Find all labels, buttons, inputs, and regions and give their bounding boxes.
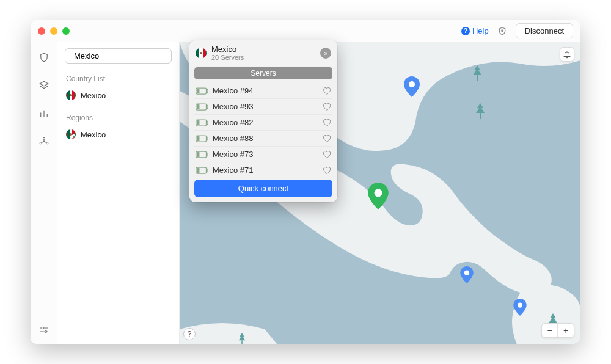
svg-point-1: [43, 137, 45, 139]
disconnect-button[interactable]: Disconnect: [516, 23, 573, 38]
popover-close-button[interactable]: [320, 48, 331, 59]
popover-header: Mexico 20 Servers: [189, 40, 337, 66]
favorite-icon[interactable]: [322, 102, 331, 111]
server-load-icon: [196, 135, 208, 142]
search-input[interactable]: [73, 51, 178, 61]
layers-icon[interactable]: [38, 80, 49, 93]
help-link[interactable]: ? Help: [461, 26, 489, 35]
svg-point-14: [518, 303, 522, 308]
search-field[interactable]: [65, 48, 172, 64]
region-item-label: Mexico: [81, 130, 106, 139]
server-name: Mexico #82: [213, 118, 253, 127]
window-minimize-button[interactable]: [50, 27, 57, 35]
country-item-label: Mexico: [81, 91, 106, 100]
server-name: Mexico #93: [213, 102, 253, 111]
svg-rect-16: [207, 89, 208, 92]
help-link-label: Help: [472, 26, 489, 35]
svg-point-13: [464, 271, 469, 275]
bell-icon: [563, 50, 571, 59]
server-name: Mexico #71: [213, 166, 253, 175]
svg-point-0: [501, 30, 503, 32]
svg-rect-29: [197, 153, 199, 157]
map-pin-blue[interactable]: [513, 299, 527, 316]
svg-rect-19: [207, 105, 208, 108]
zoom-out-button[interactable]: −: [542, 324, 558, 337]
window-fullscreen-button[interactable]: [62, 27, 70, 35]
svg-rect-31: [207, 169, 208, 172]
zoom-in-button[interactable]: +: [558, 324, 574, 337]
svg-point-4: [42, 327, 43, 329]
navigation-iconbar: [31, 42, 57, 344]
svg-rect-28: [207, 153, 208, 156]
popover-subtitle: 20 Servers: [211, 54, 244, 61]
server-load-icon: [196, 87, 208, 95]
region-item-mexico[interactable]: Mexico: [65, 127, 172, 142]
server-row[interactable]: Mexico #82: [194, 114, 332, 130]
favorite-icon[interactable]: [322, 150, 331, 159]
svg-rect-8: [480, 113, 481, 119]
mexico-flag-icon: [196, 48, 207, 59]
sidebar: Country List Mexico Regions Mexico: [57, 42, 180, 344]
shield-icon[interactable]: [38, 52, 49, 65]
mexico-flag-icon: [66, 90, 76, 100]
regions-label: Regions: [66, 114, 172, 122]
svg-rect-10: [241, 340, 243, 344]
svg-rect-20: [197, 105, 199, 109]
svg-rect-23: [197, 121, 199, 125]
server-row[interactable]: Mexico #88: [194, 130, 332, 146]
tree-icon: [238, 333, 246, 344]
server-name: Mexico #94: [213, 86, 253, 95]
servers-tab[interactable]: Servers: [194, 67, 332, 79]
map-pin-blue[interactable]: [460, 266, 474, 283]
svg-rect-25: [207, 137, 208, 140]
titlebar: ? Help Disconnect: [31, 20, 580, 42]
server-list[interactable]: Mexico #94 Mexico #93 Mexico #82 Mexico …: [189, 83, 337, 175]
favorite-icon[interactable]: [322, 134, 331, 143]
svg-point-3: [46, 142, 48, 144]
favorite-icon[interactable]: [322, 86, 331, 95]
svg-point-5: [45, 331, 46, 333]
svg-rect-7: [477, 75, 478, 81]
tree-icon: [472, 65, 483, 84]
mesh-icon[interactable]: [38, 136, 49, 150]
server-load-icon: [196, 151, 208, 158]
close-icon: [323, 51, 329, 56]
zoom-control: − +: [541, 323, 574, 338]
map-pin-blue[interactable]: [404, 76, 420, 97]
server-popover: Mexico 20 Servers Servers Mexico #94 Mex…: [189, 40, 337, 202]
server-row[interactable]: Mexico #94: [194, 83, 332, 98]
server-name: Mexico #88: [213, 134, 253, 143]
help-icon: ?: [461, 27, 470, 35]
favorite-icon[interactable]: [322, 118, 331, 127]
server-load-icon: [196, 119, 208, 126]
quick-connect-button[interactable]: Quick connect: [194, 180, 332, 197]
mexico-flag-icon: [66, 129, 76, 139]
server-row[interactable]: Mexico #73: [194, 146, 332, 162]
notifications-button[interactable]: [560, 47, 574, 62]
tree-icon: [475, 103, 486, 122]
stats-icon[interactable]: [38, 108, 49, 122]
privacy-shield-icon[interactable]: [497, 26, 507, 36]
server-row[interactable]: Mexico #71: [194, 162, 332, 175]
map-pin-connected[interactable]: [368, 183, 389, 209]
settings-sliders-icon[interactable]: [38, 324, 49, 338]
svg-point-2: [40, 142, 42, 144]
app-window: ? Help Disconnect: [31, 20, 580, 344]
svg-rect-32: [197, 169, 199, 173]
popover-title: Mexico: [211, 45, 244, 54]
svg-point-11: [409, 81, 415, 87]
map-help-button[interactable]: ?: [183, 328, 196, 340]
server-load-icon: [196, 103, 208, 111]
country-list-label: Country List: [66, 75, 172, 83]
svg-rect-17: [197, 89, 199, 93]
favorite-icon[interactable]: [322, 166, 331, 175]
server-row[interactable]: Mexico #93: [194, 98, 332, 114]
window-close-button[interactable]: [38, 27, 45, 35]
svg-rect-26: [197, 137, 199, 141]
svg-rect-22: [207, 121, 208, 124]
country-item-mexico[interactable]: Mexico: [65, 88, 172, 103]
region-badge-icon: [71, 134, 76, 139]
server-name: Mexico #73: [213, 150, 253, 159]
server-load-icon: [196, 167, 208, 174]
svg-point-12: [375, 189, 382, 197]
